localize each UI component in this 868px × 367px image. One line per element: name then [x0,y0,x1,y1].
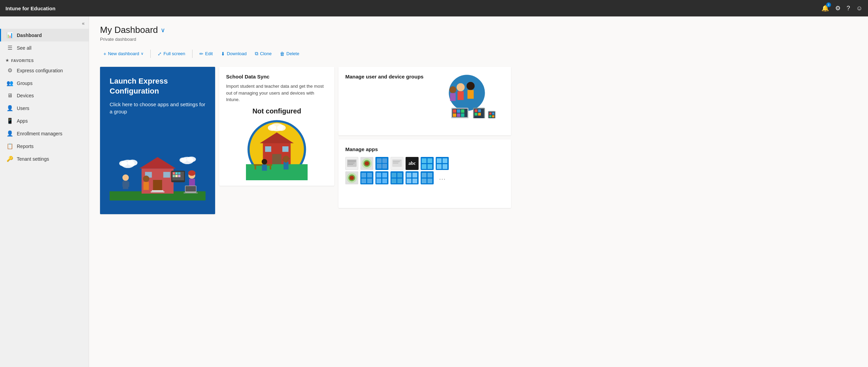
svg-rect-21 [178,175,181,177]
plus-icon: + [103,51,106,57]
topbar: Intune for Education 🔔 3 ⚙ ? ☺ [0,0,868,16]
svg-rect-35 [184,193,198,194]
svg-rect-46 [270,166,271,169]
sidebar-item-dashboard-label: Dashboard [17,33,42,38]
svg-rect-79 [489,112,491,114]
svg-rect-81 [489,115,491,117]
page-title-row: My Dashboard ∨ [100,25,857,35]
sidebar-item-enrollment-label: Enrollment managers [17,131,62,136]
sidebar-item-reports[interactable]: 📋 Reports [0,140,89,152]
not-configured-label: Not configured [226,107,327,115]
edit-icon: ✏ [199,51,203,57]
svg-point-9 [127,160,137,166]
launch-express-card[interactable]: Launch Express Configuration Click here … [100,67,215,214]
sidebar-item-groups[interactable]: 👥 Groups [0,77,89,89]
svg-rect-76 [478,113,481,115]
app-tile-12 [390,171,404,184]
svg-rect-92 [393,161,400,162]
svg-point-57 [457,83,465,91]
page-header: My Dashboard ∨ Private dashboard [100,25,857,42]
sidebar-item-express-label: Express configuration [17,68,63,73]
app-tile-13 [406,171,419,184]
svg-rect-20 [175,175,178,177]
page-title: My Dashboard [100,25,158,35]
sidebar-item-see-all[interactable]: ☰ See all [0,41,89,54]
manage-groups-card[interactable]: Manage user and device groups [338,67,511,135]
delete-label: Delete [286,51,299,56]
svg-marker-2 [139,157,176,168]
svg-rect-67 [461,109,464,113]
svg-rect-73 [475,109,478,112]
delete-icon: 🗑 [280,51,285,57]
svg-rect-42 [282,146,288,152]
svg-rect-87 [348,164,353,165]
sidebar-item-devices[interactable]: 🖥 Devices [0,89,89,102]
edit-button[interactable]: ✏ Edit [196,49,216,59]
svg-point-13 [179,158,187,163]
enrollment-icon: 👤 [7,130,13,137]
toolbar-divider-2 [192,50,193,58]
svg-rect-86 [348,163,355,163]
manage-apps-card[interactable]: Manage apps [338,139,511,208]
svg-rect-26 [122,182,124,187]
download-button[interactable]: ⬇ Download [218,49,250,59]
main-content: My Dashboard ∨ Private dashboard + New d… [89,16,868,367]
school-data-sync-card[interactable]: School Data Sync Import student and teac… [219,67,334,186]
app-tile-10 [360,171,373,184]
app-tile-1 [345,157,358,170]
app-tile-2 [360,157,373,170]
page-title-chevron-icon[interactable]: ∨ [161,26,165,34]
manage-groups-svg [436,74,504,118]
svg-point-59 [467,82,475,90]
collapse-button[interactable]: « [82,21,85,26]
launch-express-title: Launch Express Configuration [110,76,206,96]
svg-rect-18 [178,172,181,174]
launch-express-illustration: ✓ ✓ [110,115,206,214]
sidebar-item-groups-label: Groups [17,81,33,86]
groups-icon: 👥 [7,80,13,86]
apps-icon: 📱 [7,118,13,124]
launch-express-desc: Click here to choose apps and settings f… [110,101,206,115]
svg-rect-51 [262,164,267,171]
manage-apps-title: Manage apps [345,146,504,152]
clone-button[interactable]: ⧉ Clone [251,49,275,59]
sidebar-collapse-row: « [0,19,89,29]
apps-tiles-grid: abc [345,157,504,184]
svg-point-12 [187,157,196,162]
svg-point-48 [268,125,276,131]
sidebar-item-users[interactable]: 👤 Users [0,102,89,114]
sidebar-item-express-config[interactable]: ⚙ Express configuration [0,64,89,77]
settings-icon[interactable]: ⚙ [835,4,841,12]
svg-rect-74 [478,109,481,112]
sidebar-item-enrollment[interactable]: 👤 Enrollment managers [0,127,89,140]
school-sync-title: School Data Sync [226,74,327,79]
sidebar-item-tenant-settings[interactable]: 🔑 Tenant settings [0,152,89,165]
help-icon[interactable]: ? [847,5,850,12]
svg-rect-85 [348,161,356,162]
svg-rect-62 [450,93,456,101]
svg-rect-34 [185,186,196,192]
star-icon: ★ [5,58,9,63]
sidebar-item-dashboard[interactable]: 📊 Dashboard [0,29,89,41]
new-dashboard-button[interactable]: + New dashboard ∨ [100,49,147,59]
full-screen-button[interactable]: ⤢ Full screen [154,49,189,59]
sidebar-item-apps[interactable]: 📱 Apps [0,114,89,127]
school-sync-svg [246,119,308,180]
middle-column: School Data Sync Import student and teac… [219,67,334,214]
notifications-icon[interactable]: 🔔 3 [821,4,829,12]
full-screen-label: Full screen [163,51,185,56]
favorites-section: ★ FAVORITES [0,54,89,64]
see-all-icon: ☰ [7,45,13,51]
reports-icon: 📋 [7,143,13,149]
svg-rect-65 [453,109,456,113]
svg-rect-58 [458,91,464,100]
page-subtitle: Private dashboard [100,37,857,42]
svg-rect-60 [468,90,474,99]
toolbar-divider-1 [150,50,151,58]
svg-rect-75 [475,113,478,115]
users-icon: 👤 [7,105,13,111]
svg-rect-19 [173,175,175,177]
app-tile-7 [436,157,449,170]
delete-button[interactable]: 🗑 Delete [276,49,303,59]
feedback-icon[interactable]: ☺ [856,5,863,12]
